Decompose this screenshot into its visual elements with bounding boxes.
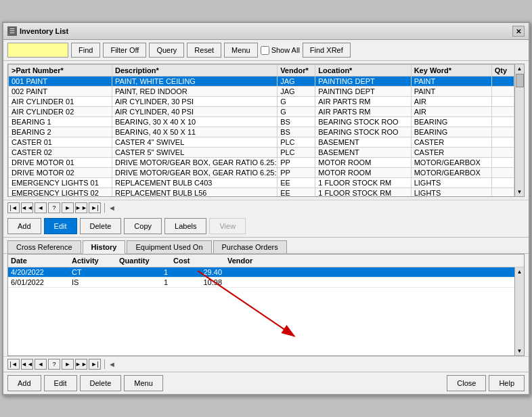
bottom-cell-vendor (225, 267, 514, 278)
cell-part: DRIVE MOTOR 02 (9, 168, 112, 178)
table-row[interactable]: DRIVE MOTOR 02 DRIVE MOTOR/GEAR BOX, GEA… (9, 168, 514, 178)
bottom-nav-first[interactable]: |◄ (7, 359, 20, 370)
table-row[interactable]: EMERGENCY LIGHTS 01 REPLACEMENT BULB C40… (9, 178, 514, 188)
tab-purchase-orders[interactable]: Purchase Orders (213, 240, 287, 253)
bottom-close-button[interactable]: Close (447, 375, 486, 391)
cell-location: PAINTING DEPT (315, 87, 411, 97)
col-header-location: Location* (315, 65, 411, 76)
bottom-nav-prev-prev[interactable]: ◄◄ (21, 359, 33, 370)
reset-button[interactable]: Reset (187, 43, 221, 58)
bottom-scroll: 4/20/2022 CT 1 29.40 6/01/2022 IS 1 10.9… (8, 267, 524, 355)
table-row[interactable]: AIR CYLINDER 02 AIR CYLINDER, 40 PSI G A… (9, 107, 514, 117)
table-header-row: >Part Number* Description* Vendor* Locat… (9, 65, 514, 76)
cell-keyword: CASTER (411, 148, 491, 158)
cell-keyword: PAINT (411, 87, 491, 97)
inventory-list-window: ☰ Inventory List ✕ Find Filter Off Query… (2, 22, 530, 395)
bottom-col-vendor: Vendor (225, 256, 255, 265)
table-row[interactable]: DRIVE MOTOR 01 DRIVE MOTOR/GEAR BOX, GEA… (9, 158, 514, 168)
labels-button[interactable]: Labels (164, 218, 206, 234)
cell-part: EMERGENCY LIGHTS 01 (9, 178, 112, 188)
bottom-nav-question[interactable]: ? (48, 359, 60, 370)
cell-location: MOTOR ROOM (315, 168, 411, 178)
nav-next-next-button[interactable]: ►► (75, 202, 87, 213)
bottom-nav-prev[interactable]: ◄ (35, 359, 47, 370)
bottom-scroll-up[interactable]: ▲ (516, 267, 524, 276)
nav-prev-button[interactable]: ◄ (35, 202, 47, 213)
cell-keyword: LIGHTS (411, 188, 491, 197)
scroll-up-arrow[interactable]: ▲ (516, 64, 524, 73)
table-row[interactable]: CASTER 01 CASTER 4" SWIVEL PLC BASEMENT … (9, 137, 514, 148)
tab-cross-reference[interactable]: Cross Reference (7, 240, 81, 253)
bottom-table-row[interactable]: 6/01/2022 IS 1 10.98 (8, 278, 514, 288)
bottom-add-button[interactable]: Add (7, 375, 41, 391)
bottom-table-row[interactable]: 4/20/2022 CT 1 29.40 (8, 267, 514, 278)
bottom-table-section: Date Activity Quantity Cost Vendor 4/20/… (7, 254, 525, 356)
menu-button[interactable]: Menu (224, 43, 258, 58)
cell-location: BASEMENT (315, 148, 411, 158)
bottom-nav-last[interactable]: ►| (89, 359, 101, 370)
tab-history[interactable]: History (83, 240, 126, 254)
view-button[interactable]: View (209, 218, 246, 234)
bottom-menu-button[interactable]: Menu (124, 375, 163, 391)
edit-button[interactable]: Edit (44, 218, 77, 234)
main-nav-bar: |◄ ◄◄ ◄ ? ► ►► ►| ◄ (3, 200, 529, 215)
cell-qty (491, 178, 514, 188)
table-row[interactable]: BEARING 1 BEARING, 30 X 40 X 10 BS BEARI… (9, 117, 514, 127)
copy-button[interactable]: Copy (124, 218, 162, 234)
col-header-vendor: Vendor* (278, 65, 315, 76)
tab-equipment-used-on[interactable]: Equipment Used On (127, 240, 211, 253)
main-table-container: >Part Number* Description* Vendor* Locat… (7, 64, 525, 197)
close-button[interactable]: ✕ (512, 26, 525, 37)
cell-part: AIR CYLINDER 02 (9, 107, 112, 117)
cell-keyword: AIR (411, 97, 491, 107)
bottom-delete-button[interactable]: Delete (80, 375, 122, 391)
cell-vendor: PLC (278, 137, 315, 148)
table-row[interactable]: BEARING 2 BEARING, 40 X 50 X 11 BS BEARI… (9, 127, 514, 137)
bottom-help-button[interactable]: Help (489, 375, 525, 391)
cell-part: CASTER 02 (9, 148, 112, 158)
cell-part: CASTER 01 (9, 137, 112, 148)
table-row[interactable]: AIR CYLINDER 01 AIR CYLINDER, 30 PSI G A… (9, 97, 514, 107)
col-header-qty: Qty (491, 65, 514, 76)
bottom-nav-next[interactable]: ► (62, 359, 74, 370)
bottom-table-header: Date Activity Quantity Cost Vendor (8, 255, 524, 267)
cell-qty (491, 97, 514, 107)
bottom-col-date: Date (8, 256, 69, 265)
find-button[interactable]: Find (71, 43, 100, 58)
bottom-edit-button[interactable]: Edit (44, 375, 77, 391)
cell-keyword: MOTOR/GEARBOX (411, 168, 491, 178)
find-xref-button[interactable]: Find XRef (303, 43, 351, 58)
search-input[interactable] (7, 43, 68, 58)
scroll-down-arrow[interactable]: ▼ (516, 188, 524, 196)
table-row[interactable]: 001 PAINT PAINT, WHITE CEILING JAG PAINT… (9, 76, 514, 87)
query-button[interactable]: Query (149, 43, 184, 58)
show-all-label: Show All (271, 46, 300, 54)
delete-button[interactable]: Delete (80, 218, 122, 234)
bottom-cell-date: 6/01/2022 (8, 278, 69, 288)
nav-prev-prev-button[interactable]: ◄◄ (21, 202, 33, 213)
bottom-cell-activity: CT (69, 267, 116, 278)
table-row[interactable]: 002 PAINT PAINT, RED INDOOR JAG PAINTING… (9, 87, 514, 97)
nav-first-button[interactable]: |◄ (7, 202, 20, 213)
add-button[interactable]: Add (7, 218, 41, 234)
cell-location: BASEMENT (315, 137, 411, 148)
cell-location: AIR PARTS RM (315, 107, 411, 117)
col-header-desc: Description* (112, 65, 277, 76)
nav-last-button[interactable]: ►| (89, 202, 101, 213)
bottom-nav-next-next[interactable]: ►► (75, 359, 87, 370)
bottom-scroll-down[interactable]: ▼ (516, 347, 524, 355)
cell-qty (491, 158, 514, 168)
scroll-thumb[interactable] (516, 74, 524, 87)
show-all-checkbox[interactable] (261, 46, 269, 55)
filter-off-button[interactable]: Filter Off (103, 43, 146, 58)
table-row[interactable]: CASTER 02 CASTER 5" SWIVEL PLC BASEMENT … (9, 148, 514, 158)
cell-vendor: JAG (278, 87, 315, 97)
cell-part: BEARING 2 (9, 127, 112, 137)
bottom-scrollbar-v[interactable]: ▲ ▼ (514, 267, 524, 355)
nav-next-button[interactable]: ► (62, 202, 74, 213)
cell-desc: DRIVE MOTOR/GEAR BOX, GEAR RATIO 6.25:1M… (112, 158, 277, 168)
table-row[interactable]: EMERGENCY LIGHTS 02 REPLACEMENT BULB L56… (9, 188, 514, 197)
nav-question-button[interactable]: ? (48, 202, 60, 213)
bottom-cell-quantity: 1 (116, 278, 171, 288)
main-scrollbar-v[interactable]: ▲ ▼ (514, 64, 524, 196)
